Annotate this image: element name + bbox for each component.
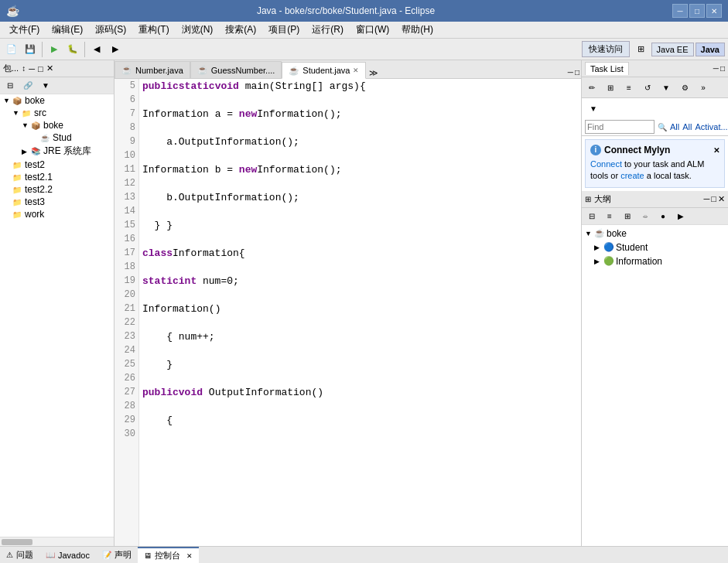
pe-link-editor[interactable]: 🔗	[19, 77, 36, 94]
tree-label-2: boke	[43, 120, 63, 131]
task-tree-button[interactable]: ≡	[620, 79, 637, 96]
pe-tree-item-0[interactable]: ▼📦boke	[0, 94, 114, 107]
tree-label-7: test2.2	[25, 184, 53, 195]
maximize-button[interactable]: □	[689, 4, 705, 18]
outline-filter-button[interactable]: ⊞	[619, 207, 636, 224]
expand-all-button[interactable]: ▼	[585, 100, 602, 117]
pe-tree-item-8[interactable]: 📁test3	[0, 196, 114, 208]
pe-tree-item-9[interactable]: 📁work	[0, 208, 114, 220]
bottom-tab-3[interactable]: 🖥 控制台✕	[138, 547, 199, 564]
rp-minimize[interactable]: ─	[713, 64, 719, 73]
run-button[interactable]: ▶	[46, 41, 63, 58]
task-more-button[interactable]: »	[695, 79, 712, 96]
menu-item-E[interactable]: 编辑(E)	[46, 22, 89, 38]
outline-item-1[interactable]: ▶🔵Student	[583, 241, 726, 254]
task-list-tab[interactable]: Task List	[585, 62, 629, 75]
pe-tree-item-1[interactable]: ▼📁src	[0, 107, 114, 119]
outline-minimize[interactable]: ─	[704, 194, 710, 204]
code-content[interactable]: public static void main(String[] args){ …	[139, 79, 581, 546]
debug-button[interactable]: 🐛	[64, 41, 81, 58]
minimize-button[interactable]: ─	[672, 4, 688, 18]
java-perspective[interactable]: Java	[696, 43, 725, 56]
back-button[interactable]: ◀	[88, 41, 105, 58]
task-grid-button[interactable]: ⊞	[602, 79, 619, 96]
line-num-19: 19	[114, 274, 138, 288]
line-numbers: 5678910111213141516171819202122232425262…	[114, 79, 139, 546]
outline-maximize[interactable]: □	[711, 194, 716, 204]
outline-toolbar: ⊟ ≡ ⊞ ○ ● ▶	[582, 208, 728, 225]
menu-item-T[interactable]: 重构(T)	[132, 22, 175, 38]
pe-tree-item-5[interactable]: 📁test2	[0, 159, 114, 171]
menu-item-S[interactable]: 源码(S)	[89, 22, 132, 38]
new-task-button[interactable]: ✏	[583, 79, 600, 96]
bottom-tab-2[interactable]: 📝 声明	[96, 547, 138, 564]
menu-item-N[interactable]: 浏览(N)	[176, 22, 220, 38]
pe-menu[interactable]: ▼	[37, 77, 54, 94]
code-editor[interactable]: 5678910111213141516171819202122232425262…	[114, 79, 581, 546]
open-perspective-button[interactable]: ⊞	[633, 41, 650, 58]
menu-item-A[interactable]: 搜索(A)	[219, 22, 262, 38]
editor-tabs: ☕Number.java☕GuessNumber....☕Student.jav…	[114, 60, 581, 79]
outline-toggle-button[interactable]: ●	[655, 207, 672, 224]
pe-tree-item-7[interactable]: 📁test2.2	[0, 183, 114, 196]
quick-access-button[interactable]: 快速访问	[582, 41, 630, 57]
menu-item-W[interactable]: 窗口(W)	[350, 22, 395, 38]
pe-maximize-button[interactable]: □	[38, 64, 43, 73]
menu-item-F[interactable]: 文件(F)	[3, 22, 46, 38]
editor-tab-0[interactable]: ☕Number.java	[114, 61, 190, 78]
editor-tab-controls: ─□	[566, 67, 581, 78]
new-button[interactable]: 📄	[3, 41, 20, 58]
forward-button[interactable]: ▶	[107, 41, 124, 58]
outline-sort-button[interactable]: ⊟	[583, 207, 600, 224]
outline-item-0[interactable]: ▼☕boke	[583, 227, 726, 241]
outline-hide-button[interactable]: ○	[637, 207, 654, 224]
pe-minimize-button[interactable]: ─	[29, 64, 35, 73]
pe-scroll-thumb[interactable]	[2, 539, 32, 545]
create-link[interactable]: create	[620, 171, 644, 180]
outline-icon-2: 🟢	[603, 256, 614, 266]
menu-item-R[interactable]: 运行(R)	[306, 22, 350, 38]
outline-more-button[interactable]: ▶	[672, 207, 689, 224]
pe-horizontal-scrollbar[interactable]	[0, 537, 114, 546]
editor-maximize[interactable]: □	[575, 68, 579, 77]
outline-close[interactable]: ✕	[718, 194, 725, 204]
connect-mylyn-close[interactable]: ✕	[713, 146, 719, 155]
editor-minimize[interactable]: ─	[568, 68, 573, 77]
code-line-6	[142, 93, 578, 107]
line-num-15: 15	[114, 218, 138, 232]
java-ee-perspective[interactable]: Java EE	[651, 43, 694, 56]
menu-item-P[interactable]: 项目(P)	[262, 22, 306, 38]
pe-tree-item-3[interactable]: ☕Stud	[0, 131, 114, 144]
task-filter-button[interactable]: ▼	[658, 79, 675, 96]
connect-mylyn-header: i Connect Mylyn ✕	[590, 145, 719, 155]
tree-label-8: test3	[25, 196, 45, 207]
bottom-tab-0[interactable]: ⚠ 问题	[0, 547, 39, 564]
pe-collapse-all[interactable]: ⊟	[2, 77, 19, 94]
outline-members-button[interactable]: ≡	[601, 207, 618, 224]
task-settings-button[interactable]: ⚙	[676, 79, 693, 96]
tab-overflow-button[interactable]: ≫	[366, 68, 381, 78]
bottom-tab-1[interactable]: 📖 Javadoc	[39, 547, 96, 564]
pe-close-button[interactable]: ✕	[46, 63, 53, 73]
outline-item-2[interactable]: ▶🟢Information	[583, 254, 726, 268]
line-num-6: 6	[114, 93, 138, 107]
filter-all-text[interactable]: All	[682, 122, 692, 131]
code-line-9: a.OutputInformation();	[142, 135, 578, 148]
pe-tree-item-4[interactable]: ▶📚JRE 系统库	[0, 144, 114, 159]
save-button[interactable]: 💾	[22, 41, 39, 58]
console-tab-close[interactable]: ✕	[186, 552, 193, 560]
editor-tab-2[interactable]: ☕Student.java✕	[282, 62, 366, 79]
pe-tree-item-2[interactable]: ▼📦boke	[0, 119, 114, 131]
pe-tree-item-6[interactable]: 📁test2.1	[0, 171, 114, 183]
connect-link[interactable]: Connect	[590, 159, 622, 169]
rp-maximize[interactable]: □	[720, 64, 725, 73]
tab-close-2[interactable]: ✕	[353, 67, 359, 74]
editor-tab-1[interactable]: ☕GuessNumber....	[190, 61, 282, 78]
filter-activate-text[interactable]: Activat...	[695, 122, 727, 131]
code-line-29: {	[142, 413, 578, 427]
close-button[interactable]: ✕	[706, 4, 722, 18]
task-sync-button[interactable]: ↺	[639, 79, 656, 96]
outline-header: ⊞ 大纲 ─ □ ✕	[582, 191, 728, 208]
task-search-input[interactable]	[585, 120, 655, 134]
menu-item-H[interactable]: 帮助(H)	[395, 22, 439, 38]
